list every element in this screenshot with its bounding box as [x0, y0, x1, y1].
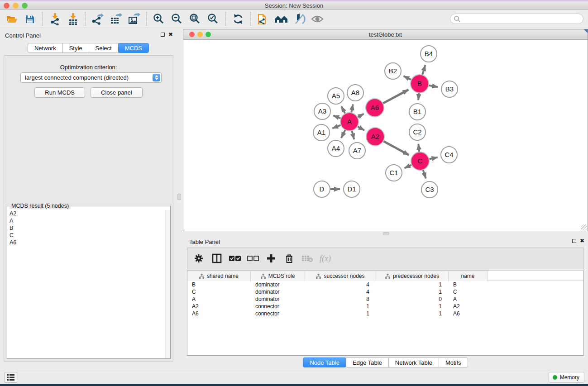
zoom-selected-button[interactable] [204, 11, 222, 27]
node-table[interactable]: shared nameMCDS rolesuccessor nodesprede… [187, 271, 584, 356]
table-row[interactable]: A2connector11A2 [187, 303, 583, 310]
delete-column-button[interactable] [283, 253, 295, 264]
delete-table-button[interactable] [301, 253, 313, 264]
network-window-titlebar[interactable]: testGlobe.txt [183, 29, 588, 40]
table-row[interactable]: Adominator80A [187, 295, 583, 303]
search-input[interactable] [450, 14, 583, 24]
graph-node-A1[interactable]: A1 [313, 124, 330, 141]
graph-edge-C-C2[interactable] [418, 144, 419, 152]
table-row[interactable]: Bdominator41B [187, 281, 583, 288]
graph-edge-A2-C[interactable] [383, 141, 409, 155]
graph-node-B[interactable]: B [411, 75, 429, 93]
select-all-button[interactable] [229, 253, 241, 264]
graph-node-C2[interactable]: C2 [409, 124, 425, 140]
graph-node-A4[interactable]: A4 [328, 140, 344, 157]
graph-node-A8[interactable]: A8 [347, 85, 363, 101]
show-column-button[interactable] [211, 253, 223, 264]
graph-node-A5[interactable]: A5 [328, 88, 344, 104]
mcds-result-item[interactable]: A [8, 217, 165, 224]
graph-edge-C-C3[interactable] [423, 170, 426, 178]
hide-graphics-details-button[interactable] [290, 11, 308, 27]
graph-node-C4[interactable]: C4 [441, 147, 457, 163]
graph-edge-B-B2[interactable] [404, 76, 411, 80]
table-row[interactable]: A6connector11A6 [187, 310, 583, 317]
mcds-result-item[interactable]: A6 [8, 239, 165, 246]
graph-node-B3[interactable]: B3 [441, 81, 458, 97]
mcds-result-item[interactable]: C [8, 232, 165, 239]
graph-edge-C-C4[interactable] [430, 157, 438, 159]
column-header-MCDS-role[interactable]: MCDS role [251, 271, 305, 281]
tab-motifs[interactable]: Motifs [439, 357, 468, 367]
graph-edge-A-A4[interactable] [341, 130, 345, 138]
tab-edge-table[interactable]: Edge Table [346, 357, 389, 367]
mcds-result-item[interactable]: B [8, 224, 165, 232]
task-history-button[interactable] [5, 372, 17, 383]
tab-network-table[interactable]: Network Table [388, 357, 439, 367]
graph-edge-B-B1[interactable] [418, 93, 419, 100]
tab-network[interactable]: Network [28, 43, 63, 53]
create-column-button[interactable] [265, 253, 277, 264]
graph-edge-A-A3[interactable] [333, 115, 340, 118]
graph-edge-A-A7[interactable] [352, 131, 354, 139]
mcds-result-scrollbar[interactable] [165, 210, 170, 358]
zoom-in-button[interactable] [150, 11, 168, 27]
graph-node-D1[interactable]: D1 [344, 181, 360, 197]
graph-node-C[interactable]: C [411, 152, 429, 170]
mcds-result-list[interactable]: A2ABCA6 [8, 210, 165, 358]
export-network-button[interactable] [89, 11, 107, 27]
mcds-result-item[interactable]: A2 [8, 210, 165, 217]
column-header-shared-name[interactable]: shared name [187, 271, 251, 281]
tab-style[interactable]: Style [62, 43, 89, 53]
graph-edge-A6-B[interactable] [383, 90, 409, 103]
show-graphics-details-button[interactable] [308, 11, 326, 27]
vertical-splitter-grip[interactable] [177, 194, 181, 200]
graph-edge-A-A8[interactable] [351, 105, 353, 113]
horizontal-splitter-grip[interactable] [383, 232, 389, 235]
export-image-button[interactable] [125, 11, 143, 27]
graph-node-B4[interactable]: B4 [421, 46, 437, 62]
graph-node-A7[interactable]: A7 [349, 143, 365, 159]
network-canvas[interactable]: AA1A2A3A4A5A6A7A8BB1B2B3B4CC1C2C3C4DD1 [183, 40, 588, 231]
zoom-fit-button[interactable] [186, 11, 204, 27]
close-table-panel-icon[interactable]: ✖ [580, 238, 584, 243]
tab-node-table[interactable]: Node Table [303, 357, 346, 367]
deselect-all-button[interactable] [247, 253, 259, 264]
window-resize-grip[interactable] [581, 224, 587, 230]
graph-edge-A-A6[interactable] [358, 114, 363, 117]
function-builder-button[interactable]: f(x) [320, 253, 331, 264]
tab-select[interactable]: Select [89, 43, 119, 53]
graph-node-C1[interactable]: C1 [386, 165, 402, 181]
column-header-predecessor-nodes[interactable]: predecessor nodes [376, 271, 449, 281]
open-file-button[interactable] [3, 11, 21, 27]
graph-edge-C-C1[interactable] [405, 165, 411, 168]
table-settings-button[interactable] [193, 253, 205, 264]
run-mcds-button[interactable]: Run MCDS [34, 87, 85, 98]
graph-node-C3[interactable]: C3 [421, 181, 438, 198]
criterion-select[interactable]: largest connected component (directed) [20, 72, 162, 83]
graph-node-A3[interactable]: A3 [314, 103, 330, 119]
graph-node-A2[interactable]: A2 [366, 128, 384, 146]
float-table-panel-icon[interactable] [572, 239, 576, 243]
refresh-button[interactable] [229, 11, 247, 27]
new-network-from-file-button[interactable] [254, 11, 272, 27]
memory-button[interactable]: Memory [549, 372, 584, 383]
graph-edge-A-A1[interactable] [332, 125, 340, 129]
column-header-name[interactable]: name [449, 271, 488, 281]
export-table-button[interactable] [107, 11, 125, 27]
graph-node-B2[interactable]: B2 [385, 63, 401, 79]
import-network-button[interactable] [46, 11, 64, 27]
home-button[interactable] [272, 11, 290, 27]
graph-edge-A-A2[interactable] [358, 127, 364, 131]
close-panel-icon[interactable]: ✖ [168, 32, 173, 37]
network-graph[interactable]: AA1A2A3A4A5A6A7A8BB1B2B3B4CC1C2C3C4DD1 [183, 40, 588, 231]
graph-node-A6[interactable]: A6 [366, 99, 384, 117]
graph-node-A[interactable]: A [340, 113, 359, 131]
import-table-button[interactable] [64, 11, 82, 27]
save-session-button[interactable] [21, 11, 39, 27]
tab-mcds[interactable]: MCDS [118, 43, 149, 53]
close-panel-button[interactable]: Close panel [91, 87, 143, 98]
graph-edge-B-B4[interactable] [422, 65, 425, 75]
graph-node-D[interactable]: D [314, 181, 330, 197]
graph-edge-A-A5[interactable] [341, 106, 345, 113]
zoom-out-button[interactable] [168, 11, 186, 27]
